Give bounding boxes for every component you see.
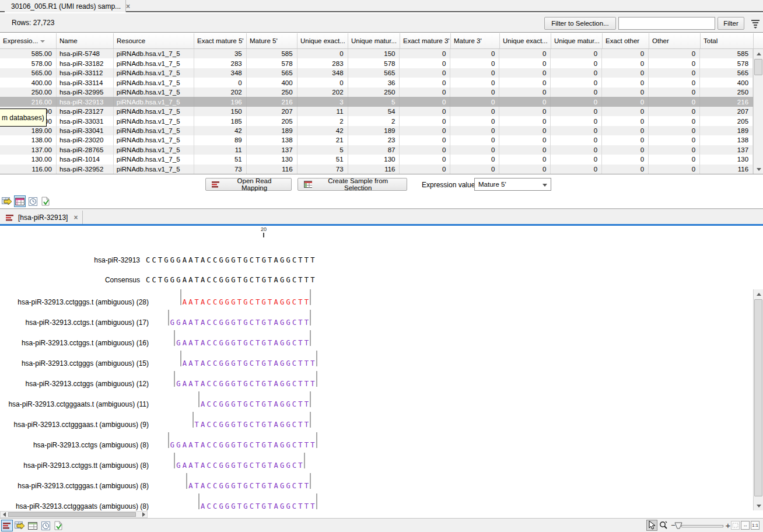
table-cell: 116 [348, 164, 400, 174]
table-cell: hsa-piR-1014 [57, 155, 114, 164]
close-icon[interactable]: × [74, 214, 78, 222]
read-sequence: ACCGGGTGCTGTAGGCTT [201, 400, 310, 408]
zoom-to-selection-button[interactable] [731, 521, 740, 530]
table-cell: 0 [499, 97, 551, 106]
zoom-slider-track[interactable] [681, 525, 723, 527]
table-cell: 137.00 [0, 145, 57, 155]
table-row[interactable]: 189.00hsa-piR-33041piRNAdb.hsa.v1_7_5421… [0, 126, 753, 135]
view-read-mapping-button-active[interactable] [1, 520, 13, 531]
column-header[interactable]: Exact mature 3' [400, 33, 451, 48]
read-label: hsa-piR-32913.cctgggaats.t (ambiguous) (… [0, 400, 149, 408]
column-header[interactable]: Unique exact... [500, 33, 551, 48]
read-sequence: ATACCGGGTGCTGTAGGCTT [188, 482, 310, 490]
table-cell: 0 [551, 145, 602, 155]
table-cell: 0 [499, 135, 551, 145]
tab-read-mapping[interactable]: [hsa-piR-32913] × [1, 211, 83, 225]
column-header[interactable]: Mature 5' [247, 33, 298, 48]
column-header-label: Expressio... [3, 37, 38, 44]
table-row[interactable]: 578.00hsa-piR-33182piRNAdb.hsa.v1_7_5283… [0, 58, 753, 68]
table-row[interactable]: 138.00hsa-piR-23020piRNAdb.hsa.v1_7_5891… [0, 135, 753, 145]
table-row[interactable]: 585.00hsa-piR-5748piRNAdb.hsa.v1_7_53558… [0, 49, 753, 58]
create-sample-button[interactable]: Create Sample from Selection [298, 178, 407, 191]
table-cell: 116 [700, 164, 753, 174]
view-table-button-active[interactable] [14, 195, 26, 207]
trim-indicator [310, 412, 311, 428]
table-cell: 0 [602, 145, 649, 155]
table-cell: 0 [499, 88, 551, 97]
scroll-down-button[interactable] [754, 501, 763, 510]
table-row[interactable]: 250.00hsa-piR-32995piRNAdb.hsa.v1_7_5202… [0, 88, 753, 97]
zoom-100-button[interactable]: 1:1 [751, 521, 760, 530]
table-cell: 250 [348, 88, 400, 97]
tab-expression-table[interactable]: 30106_005.R1 (UMI reads) samp... × [5, 0, 126, 12]
table-cell: 400.00 [0, 78, 57, 87]
table-vertical-scrollbar[interactable] [753, 49, 763, 174]
column-header[interactable]: Expressio... [0, 33, 57, 48]
column-header-label: Mature 3' [454, 37, 482, 44]
table-cell: 73 [194, 164, 247, 174]
table-row[interactable]: 205.00hsa-piR-33031piRNAdb.hsa.v1_7_5185… [0, 116, 753, 125]
column-header[interactable]: Exact other [603, 33, 649, 48]
filter-to-selection-button[interactable]: Filter to Selection... [544, 17, 616, 30]
table-row[interactable]: 565.00hsa-piR-33112piRNAdb.hsa.v1_7_5348… [0, 68, 753, 78]
zoom-tool-button[interactable] [658, 520, 669, 531]
view-history-button[interactable] [27, 195, 38, 207]
export-table-icon [15, 522, 25, 530]
table-row[interactable]: 116.00hsa-piR-32952piRNAdb.hsa.v1_7_5731… [0, 164, 753, 174]
column-header[interactable]: Unique exact... [298, 33, 348, 48]
table-cell: 116 [247, 164, 298, 174]
column-header[interactable]: Unique matur... [348, 33, 400, 48]
mapping-vertical-scrollbar[interactable] [753, 289, 763, 510]
filter-button[interactable]: Filter [718, 17, 744, 30]
column-header[interactable]: Total [701, 33, 754, 48]
column-header[interactable]: Unique matur... [551, 33, 603, 48]
column-header[interactable]: Exact mature 5' [194, 33, 247, 48]
advanced-filter-icon[interactable] [750, 18, 761, 29]
scroll-left-button[interactable] [1, 512, 8, 517]
column-header[interactable]: Name [57, 33, 114, 48]
view-element-info-button[interactable] [52, 520, 64, 531]
table-cell: 189.00 [0, 126, 57, 135]
table-cell: 0 [551, 126, 602, 135]
view-export-table-button[interactable] [14, 520, 26, 531]
scroll-up-button[interactable] [754, 289, 763, 299]
column-header-label: Total [704, 37, 718, 44]
scroll-down-button[interactable] [754, 164, 763, 174]
scrollbar-thumb[interactable] [754, 59, 762, 75]
table-row[interactable]: 207.00hsa-piR-23127piRNAdb.hsa.v1_7_5150… [0, 107, 753, 116]
open-read-mapping-button[interactable]: Open Read Mapping [205, 178, 292, 191]
table-cell: 216.00 [0, 97, 57, 106]
selection-tool-button[interactable] [646, 520, 657, 531]
table-cell: 137 [700, 145, 753, 155]
scrollbar-thumb[interactable] [754, 299, 762, 496]
label-horizontal-scrollbar[interactable] [0, 511, 148, 518]
table-cell: piRNAdb.hsa.v1_7_5 [114, 135, 194, 145]
filter-input[interactable] [618, 17, 715, 30]
table-row[interactable]: 137.00hsa-piR-28765piRNAdb.hsa.v1_7_5111… [0, 145, 753, 155]
table-cell: 0 [400, 164, 450, 174]
column-header[interactable]: Mature 3' [451, 33, 500, 48]
table-row[interactable]: 216.00hsa-piR-32913piRNAdb.hsa.v1_7_5196… [0, 97, 753, 106]
table-cell: 0 [450, 126, 499, 135]
scroll-up-button[interactable] [754, 49, 763, 58]
close-icon[interactable]: × [126, 2, 130, 10]
table-cell: 0 [649, 126, 700, 135]
expression-value-dropdown[interactable]: Mature 5' [474, 178, 551, 191]
read-label: hsa-piR-32913.cctgs.t (ambiguous) (17) [0, 318, 149, 327]
column-header[interactable]: Other [649, 33, 701, 48]
document-check-icon [54, 521, 62, 530]
table-cell: 0 [450, 78, 499, 87]
column-header[interactable]: Resource [114, 33, 194, 48]
view-table-button[interactable] [27, 520, 38, 531]
scrollbar-thumb[interactable] [8, 512, 136, 517]
table-row[interactable]: 130.00hsa-piR-1014piRNAdb.hsa.v1_7_55113… [0, 155, 753, 164]
view-element-info-button[interactable] [40, 195, 51, 207]
trim-indicator [316, 494, 317, 509]
view-history-button[interactable] [40, 520, 51, 531]
scroll-right-button[interactable] [140, 512, 147, 517]
view-export-table-button[interactable] [1, 195, 13, 207]
fit-width-button[interactable]: ↔ [741, 521, 750, 530]
table-cell: 0 [400, 58, 450, 68]
table-cell: 348 [194, 68, 247, 78]
table-row[interactable]: 400.00hsa-piR-33114piRNAdb.hsa.v1_7_5040… [0, 78, 753, 87]
